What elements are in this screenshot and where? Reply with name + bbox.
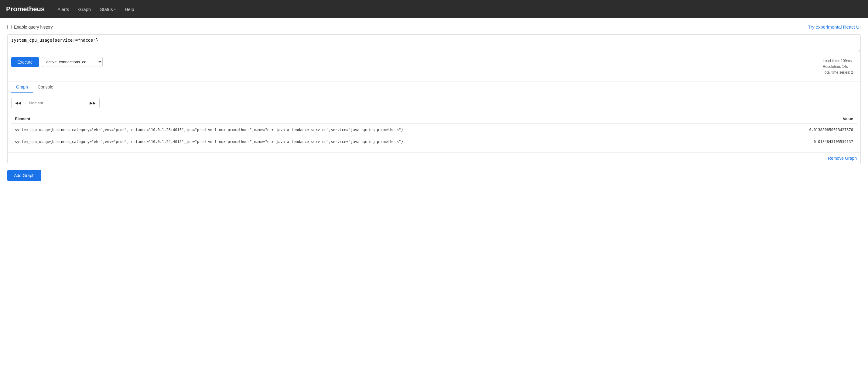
moment-input[interactable] (25, 98, 86, 108)
resolution-stat: Resolution: 14s (823, 64, 853, 69)
nav-links: Alerts Graph Status ▾ Help (54, 4, 137, 14)
table-header-row: Element Value (11, 114, 857, 124)
enable-history-text: Enable query history (14, 25, 53, 29)
cell-element: system_cpu_usage{business_category="ehr"… (11, 124, 760, 136)
panel-footer: Remove Graph (8, 152, 860, 164)
table-row: system_cpu_usage{business_category="ehr"… (11, 124, 857, 136)
enable-history-checkbox[interactable] (7, 25, 11, 29)
cell-value: 0.013880850013427676 (760, 124, 857, 136)
tab-console[interactable]: Console (33, 82, 58, 93)
load-time-stat: Load time: 109ms (823, 58, 853, 64)
main-content: Enable query history Try experimental Re… (0, 18, 868, 187)
query-actions: Execute active_connections_co (11, 57, 103, 67)
metric-select[interactable]: active_connections_co (42, 57, 103, 67)
tabs: Graph Console (8, 82, 860, 93)
total-time-series-stat: Total time series: 2 (823, 69, 853, 76)
chevron-down-icon: ▾ (114, 8, 116, 11)
results-table: Element Value system_cpu_usage{business_… (11, 114, 857, 147)
enable-history-label[interactable]: Enable query history (7, 25, 53, 29)
top-bar: Enable query history Try experimental Re… (7, 24, 861, 29)
brand-logo: Prometheus (6, 5, 44, 13)
navbar: Prometheus Alerts Graph Status ▾ Help (0, 0, 868, 18)
react-ui-link[interactable]: Try experimental React UI (808, 24, 861, 29)
tab-graph[interactable]: Graph (11, 82, 33, 93)
nav-status[interactable]: Status ▾ (96, 4, 119, 14)
nav-graph[interactable]: Graph (75, 4, 95, 14)
remove-graph-link[interactable]: Remove Graph (828, 156, 857, 161)
nav-status-label: Status (100, 7, 113, 12)
nav-help[interactable]: Help (121, 4, 138, 14)
col-value: Value (760, 114, 857, 124)
execute-button[interactable]: Execute (11, 57, 39, 67)
cell-element: system_cpu_usage{business_category="ehr"… (11, 136, 760, 147)
time-prev-button[interactable]: ◀◀ (11, 98, 25, 108)
time-next-button[interactable]: ▶▶ (86, 98, 100, 108)
add-graph-area: Add Graph (7, 170, 861, 181)
table-body: system_cpu_usage{business_category="ehr"… (11, 124, 857, 147)
add-graph-button[interactable]: Add Graph (7, 170, 41, 181)
query-input[interactable]: system_cpu_usage{service!="nacos"} (8, 35, 860, 53)
nav-alerts[interactable]: Alerts (54, 4, 72, 14)
graph-panel: system_cpu_usage{service!="nacos"} Execu… (7, 34, 861, 164)
cell-value: 0.0184843105539137 (760, 136, 857, 147)
table-row: system_cpu_usage{business_category="ehr"… (11, 136, 857, 147)
tab-content: ◀◀ ▶▶ Element Value system_cpu_usage{bus… (8, 93, 860, 152)
time-controls: ◀◀ ▶▶ (11, 98, 857, 108)
table-header: Element Value (11, 114, 857, 124)
stats-area: Load time: 109ms Resolution: 14s Total t… (819, 57, 857, 78)
col-element: Element (11, 114, 760, 124)
